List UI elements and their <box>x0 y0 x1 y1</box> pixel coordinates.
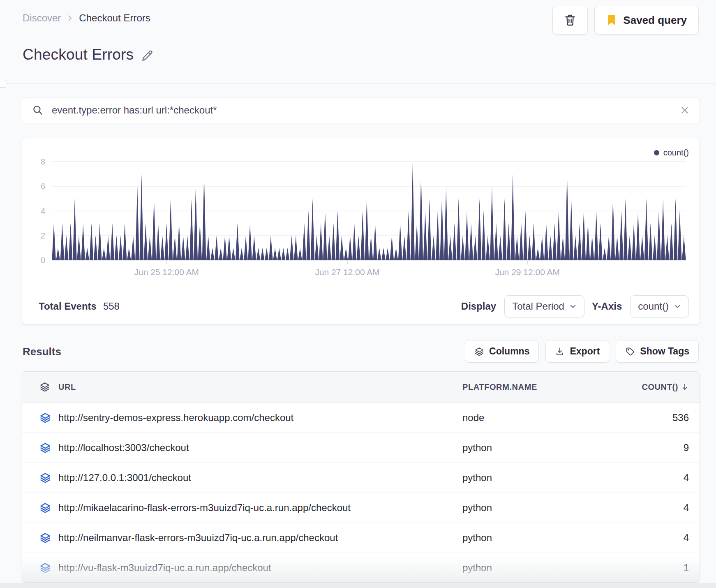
results-table: URL PLATFORM.NAME COUNT() http://sentry-… <box>22 371 700 583</box>
layers-icon[interactable] <box>39 502 58 514</box>
legend-dot-icon <box>654 150 659 155</box>
breadcrumb-current: Checkout Errors <box>79 12 150 24</box>
cell-url[interactable]: http://mikaelacarino-flask-errors-m3uuiz… <box>58 502 462 514</box>
saved-query-label: Saved query <box>623 14 687 27</box>
layers-icon[interactable] <box>39 532 58 544</box>
chart-footer: Total Events 558 Display Total Period Y-… <box>39 295 689 318</box>
svg-text:2: 2 <box>41 231 45 240</box>
display-label: Display <box>461 301 496 312</box>
cell-url[interactable]: http://127.0.0.1:3001/checkout <box>58 472 462 484</box>
yaxis-label: Y-Axis <box>592 301 622 312</box>
chevron-down-icon <box>674 303 681 310</box>
tag-icon <box>625 347 635 357</box>
results-actions: Columns Export Show Tags <box>465 340 699 363</box>
download-icon <box>555 347 565 357</box>
columns-label: Columns <box>489 346 529 357</box>
sidebar-collapse-handle[interactable] <box>0 80 6 88</box>
cell-platform[interactable]: python <box>462 562 627 574</box>
cell-platform[interactable]: python <box>462 472 627 484</box>
page-title: Checkout Errors <box>23 46 134 63</box>
total-events-label: Total Events <box>39 301 97 312</box>
cell-platform[interactable]: node <box>462 412 627 424</box>
search-bar[interactable] <box>22 97 700 123</box>
svg-text:4: 4 <box>41 206 45 215</box>
column-header-count[interactable]: COUNT() <box>627 382 689 392</box>
svg-text:Jun 29 12:00 AM: Jun 29 12:00 AM <box>495 267 560 277</box>
cell-count: 4 <box>627 532 689 544</box>
table-row[interactable]: http://mikaelacarino-flask-errors-m3uuiz… <box>22 493 700 523</box>
svg-text:0: 0 <box>41 256 45 265</box>
legend-label: count() <box>663 148 689 157</box>
cell-platform[interactable]: python <box>462 502 627 514</box>
cell-url[interactable]: http://neilmanvar-flask-errors-m3uuizd7i… <box>58 532 462 544</box>
chevron-right-icon <box>66 14 74 22</box>
display-period-value: Total Period <box>512 301 564 312</box>
table-row[interactable]: http://localhost:3003/checkout python 9 <box>22 433 700 463</box>
cell-platform[interactable]: python <box>462 532 627 544</box>
columns-button[interactable]: Columns <box>465 340 539 363</box>
cell-count: 4 <box>627 472 689 484</box>
header-divider <box>0 83 716 83</box>
top-actions: Saved query <box>552 6 699 35</box>
viewport-bottom-strip <box>0 583 716 588</box>
cell-count: 9 <box>627 442 689 454</box>
table-row[interactable]: http://127.0.0.1:3001/checkout python 4 <box>22 463 700 493</box>
table-row[interactable]: http://vu-flask-m3uuizd7iq-uc.a.run.app/… <box>22 553 700 583</box>
svg-text:6: 6 <box>41 182 45 191</box>
close-icon[interactable] <box>680 105 690 115</box>
yaxis-dropdown[interactable]: count() <box>630 295 689 317</box>
search-input[interactable] <box>52 104 672 116</box>
cell-count: 536 <box>627 412 689 424</box>
delete-query-button[interactable] <box>552 6 588 35</box>
sort-descending-icon <box>681 383 689 391</box>
total-events: Total Events 558 <box>39 301 120 312</box>
total-events-value: 558 <box>103 301 120 312</box>
events-chart-panel: 02468Jun 25 12:00 AMJun 27 12:00 AMJun 2… <box>22 138 700 325</box>
cell-count: 4 <box>627 502 689 514</box>
cell-platform[interactable]: python <box>462 442 627 454</box>
show-tags-button[interactable]: Show Tags <box>616 340 699 363</box>
cell-url[interactable]: http://localhost:3003/checkout <box>58 442 462 454</box>
layers-icon[interactable] <box>39 442 58 454</box>
yaxis-value: count() <box>638 301 669 312</box>
table-row[interactable]: http://sentry-demos-express.herokuapp.co… <box>22 403 700 433</box>
chart-controls: Display Total Period Y-Axis count() <box>461 295 689 317</box>
show-tags-label: Show Tags <box>640 346 689 357</box>
cell-url[interactable]: http://sentry-demos-express.herokuapp.co… <box>58 412 462 424</box>
chart-legend[interactable]: count() <box>654 148 689 157</box>
column-header-platform[interactable]: PLATFORM.NAME <box>462 382 627 392</box>
trash-icon <box>564 14 577 27</box>
chevron-down-icon <box>569 303 577 310</box>
breadcrumb-discover-link[interactable]: Discover <box>23 12 61 24</box>
saved-query-button[interactable]: Saved query <box>594 6 699 35</box>
results-heading: Results <box>23 345 61 358</box>
breadcrumb: Discover Checkout Errors <box>23 12 150 24</box>
layers-icon <box>39 382 58 392</box>
cell-url[interactable]: http://vu-flask-m3uuizd7iq-uc.a.run.app/… <box>58 562 462 574</box>
export-label: Export <box>570 346 600 357</box>
results-table-body: http://sentry-demos-express.herokuapp.co… <box>22 403 700 583</box>
export-button[interactable]: Export <box>545 340 609 363</box>
layers-icon[interactable] <box>39 562 58 574</box>
edit-pencil-icon[interactable] <box>141 49 154 62</box>
cell-count: 1 <box>627 562 689 574</box>
layers-icon[interactable] <box>39 412 58 424</box>
layers-icon[interactable] <box>39 472 58 484</box>
svg-text:8: 8 <box>41 157 45 166</box>
table-row[interactable]: http://neilmanvar-flask-errors-m3uuizd7i… <box>22 523 700 553</box>
search-icon <box>32 104 44 116</box>
bookmark-icon <box>606 14 617 26</box>
event-volume-chart[interactable]: 02468Jun 25 12:00 AMJun 27 12:00 AMJun 2… <box>22 138 700 280</box>
results-table-header: URL PLATFORM.NAME COUNT() <box>22 372 700 403</box>
page-title-row: Checkout Errors <box>23 46 154 63</box>
display-period-dropdown[interactable]: Total Period <box>504 295 584 317</box>
svg-text:Jun 27 12:00 AM: Jun 27 12:00 AM <box>315 267 380 277</box>
svg-text:Jun 25 12:00 AM: Jun 25 12:00 AM <box>134 267 199 277</box>
column-header-url[interactable]: URL <box>58 382 462 392</box>
layers-icon <box>474 347 484 357</box>
